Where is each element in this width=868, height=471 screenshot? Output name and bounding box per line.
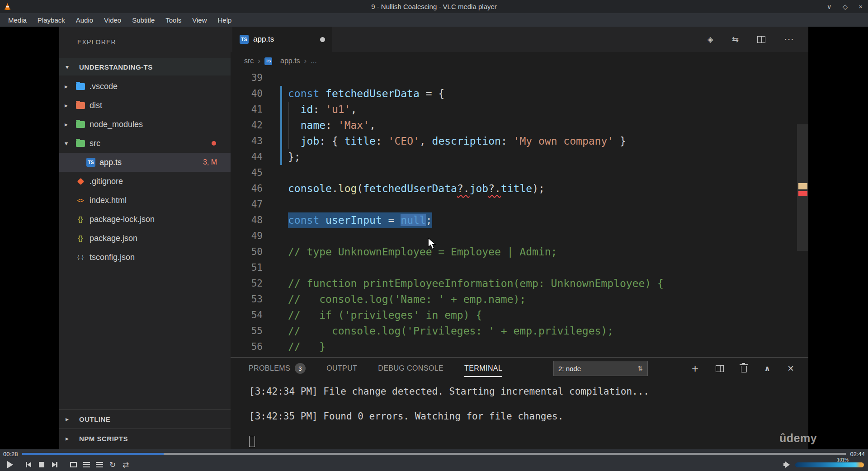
tree-item-vscode[interactable]: .vscode xyxy=(59,77,231,96)
line-number: 55 xyxy=(231,323,263,339)
error-dot-indicator xyxy=(212,141,216,146)
menu-playback[interactable]: Playback xyxy=(32,14,71,26)
breadcrumb: srcapp.ts... xyxy=(231,52,808,70)
explorer-tree: .vscodedistnode_modulessrcapp.ts3, M.git… xyxy=(59,77,231,267)
terminal-line: [3:42:34 PM] File change detected. Start… xyxy=(249,379,799,404)
open-preview-icon[interactable] xyxy=(708,35,713,44)
new-terminal-icon[interactable] xyxy=(692,362,698,376)
terminal-output[interactable]: [3:42:34 PM] File change detected. Start… xyxy=(249,379,799,449)
breadcrumb-item-app-ts[interactable]: app.ts xyxy=(280,57,300,65)
previous-button[interactable] xyxy=(23,459,34,470)
code-line-50: 50// type UnknownEmployee = Employee | A… xyxy=(231,244,808,260)
menu-video[interactable]: Video xyxy=(99,14,127,26)
tree-item-tsconfig-json[interactable]: tsconfig.json xyxy=(59,248,231,267)
code-line-39: 39 xyxy=(231,70,808,86)
menu-view[interactable]: View xyxy=(187,14,212,26)
tab-app-ts[interactable]: app.ts xyxy=(232,27,333,52)
tab-strip: app.ts xyxy=(231,27,808,52)
loop-button[interactable] xyxy=(107,459,118,470)
tree-item-label: package-lock.json xyxy=(90,215,155,224)
code-text: // console.log('Name: ' + emp.name); xyxy=(288,292,526,307)
panel-tab-debug-console[interactable]: DEBUG CONSOLE xyxy=(378,358,443,379)
volume-slider[interactable] xyxy=(795,462,864,467)
braces-dot-icon xyxy=(75,253,85,262)
tree-item-package-json[interactable]: package.json xyxy=(59,229,231,248)
maximize-panel-icon[interactable] xyxy=(764,364,770,373)
code-line-47: 47 xyxy=(231,197,808,212)
panel-tab-terminal[interactable]: TERMINAL xyxy=(464,358,502,379)
panel-tab-output[interactable]: OUTPUT xyxy=(326,358,357,379)
tree-item-dist[interactable]: dist xyxy=(59,96,231,115)
code-line-48: 48const userInput = null; xyxy=(231,212,808,228)
section-outline[interactable]: OUTLINE xyxy=(59,409,231,429)
menu-audio[interactable]: Audio xyxy=(71,14,99,26)
breadcrumb-item-[interactable]: ... xyxy=(311,57,316,65)
line-number: 54 xyxy=(231,307,263,323)
code-text: const fetchedUserData = { xyxy=(288,86,444,102)
tree-item-node-modules[interactable]: node_modules xyxy=(59,115,231,134)
ts-icon xyxy=(86,158,95,167)
more-actions-icon[interactable] xyxy=(784,33,794,45)
line-number: 47 xyxy=(231,197,263,212)
tree-item-src[interactable]: src xyxy=(59,134,231,153)
sidebar-bottom-sections: OUTLINENPM SCRIPTS xyxy=(59,409,231,448)
tree-item-package-lock-json[interactable]: package-lock.json xyxy=(59,210,231,229)
breadcrumb-item-src[interactable]: src xyxy=(244,57,254,65)
seek-slider[interactable] xyxy=(22,453,846,455)
play-button[interactable] xyxy=(4,459,16,470)
shuffle-button[interactable] xyxy=(120,459,132,470)
close-panel-icon[interactable] xyxy=(788,362,794,375)
modified-dot-icon[interactable] xyxy=(320,37,325,42)
line-number: 42 xyxy=(231,118,263,133)
close-icon[interactable]: × xyxy=(859,3,863,11)
chevron-right-icon xyxy=(66,415,76,423)
code-text: // } xyxy=(288,339,326,355)
split-editor-icon[interactable] xyxy=(757,36,765,43)
chevron-right-icon xyxy=(66,435,76,442)
split-terminal-icon[interactable] xyxy=(716,365,724,372)
line-number: 41 xyxy=(231,102,263,118)
code-text: // type UnknownEmployee = Employee | Adm… xyxy=(288,244,557,260)
stop-button[interactable] xyxy=(36,459,47,470)
line-number: 44 xyxy=(231,149,263,165)
terminal-shell-select[interactable]: 2: node xyxy=(553,361,648,376)
ts-icon xyxy=(264,57,272,65)
speaker-icon[interactable] xyxy=(783,461,791,468)
chevron-right-icon xyxy=(65,121,75,128)
tree-item-app-ts[interactable]: app.ts3, M xyxy=(59,153,231,172)
folder-icon xyxy=(75,120,85,129)
tree-item-label: index.html xyxy=(90,196,127,205)
minimize-icon[interactable]: ∨ xyxy=(827,3,832,11)
menu-media[interactable]: Media xyxy=(3,14,32,26)
tree-item-label: app.ts xyxy=(99,158,122,167)
kill-terminal-icon[interactable] xyxy=(741,366,747,372)
tree-item-gitignore[interactable]: .gitignore xyxy=(59,172,231,191)
extended-settings-button[interactable] xyxy=(80,459,92,470)
workspace-header[interactable]: UNDERSTANDING-TS xyxy=(59,58,231,75)
menu-tools[interactable]: Tools xyxy=(160,14,187,26)
next-button[interactable] xyxy=(49,459,61,470)
tree-item-label: .vscode xyxy=(90,82,118,91)
braces-icon xyxy=(75,234,85,243)
menu-subtitle[interactable]: Subtitle xyxy=(127,14,160,26)
maximize-icon[interactable]: ◇ xyxy=(843,3,848,11)
playlist-button[interactable] xyxy=(94,459,105,470)
tree-item-label: dist xyxy=(90,101,102,110)
mouse-cursor xyxy=(426,237,437,250)
video-area[interactable]: EXPLORER UNDERSTANDING-TS .vscodedistnod… xyxy=(0,27,868,449)
menu-help[interactable]: Help xyxy=(212,14,237,26)
line-number: 48 xyxy=(231,212,263,228)
section-npm-scripts[interactable]: NPM SCRIPTS xyxy=(59,429,231,448)
panel-tab-problems[interactable]: PROBLEMS3 xyxy=(249,358,306,379)
open-changes-icon[interactable] xyxy=(732,34,739,44)
code-text: name: 'Max', xyxy=(288,118,376,133)
code-editor[interactable]: 3940const fetchedUserData = {41 id: 'u1'… xyxy=(231,70,808,357)
code-line-55: 55// console.log('Privileges: ' + emp.pr… xyxy=(231,323,808,339)
fullscreen-button[interactable] xyxy=(67,459,79,470)
code-text: // console.log('Privileges: ' + emp.priv… xyxy=(288,323,613,339)
code-line-49: 49 xyxy=(231,228,808,244)
problems-count-badge: 3 xyxy=(295,363,306,374)
line-number: 50 xyxy=(231,244,263,260)
tree-item-index-html[interactable]: index.html xyxy=(59,191,231,210)
chevron-right-icon xyxy=(65,83,75,90)
